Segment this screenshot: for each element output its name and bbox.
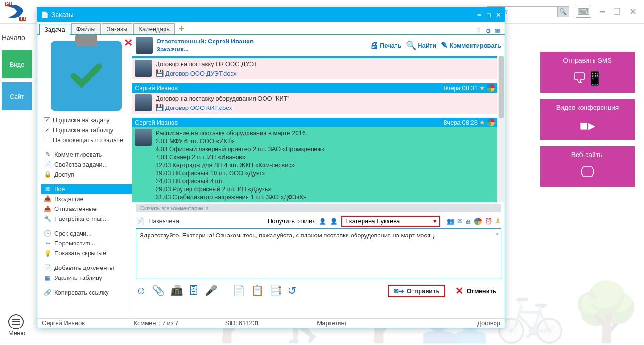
comment-avatar[interactable] — [135, 129, 152, 146]
window-close-icon[interactable]: ✕ — [629, 7, 636, 17]
attach-icon[interactable]: 📎 — [152, 285, 165, 297]
task-properties-action[interactable]: 📄Свойства задачи... — [41, 160, 132, 169]
alarm-icon[interactable]: ⏰ — [485, 218, 492, 225]
window-minimize-icon[interactable]: ━ — [600, 7, 605, 17]
chevron-down-icon: ▾ — [433, 218, 437, 225]
folder-sent[interactable]: 📤Отправленные — [41, 204, 132, 214]
pie-icon[interactable] — [487, 118, 495, 126]
document-icon: 📄 — [41, 11, 49, 18]
tab-orders[interactable]: Заказы — [102, 23, 132, 34]
status-label: Назначена — [149, 218, 179, 225]
copy-icon[interactable]: 📑 — [269, 285, 282, 297]
show-hidden-action[interactable]: 💡Показать скрытые — [41, 248, 132, 258]
undo-icon[interactable]: ↺ — [288, 285, 296, 297]
comments-scrollbar[interactable] — [498, 56, 504, 202]
clipboard-icon[interactable]: 📋 — [251, 285, 264, 297]
tab-files[interactable]: Файлы — [71, 23, 101, 34]
compose-scroll-up-icon[interactable]: ▲ — [495, 231, 500, 236]
customer-link[interactable]: Заказчик... — [157, 45, 254, 53]
move-action[interactable]: ↪Переместить... — [41, 238, 132, 248]
tab-calendar[interactable]: Календарь — [133, 23, 175, 34]
delete-table-action[interactable]: ▦Удалить таблицу — [41, 273, 132, 283]
person-grey-icon[interactable]: 👤 — [319, 218, 326, 225]
tab-add-icon[interactable]: + — [179, 24, 184, 34]
comment-attachment[interactable]: 💾Договор ООО КИТ.docx — [156, 104, 289, 112]
cancel-button[interactable]: ✕ Отменить — [451, 283, 501, 298]
star-icon[interactable]: ★ — [479, 84, 485, 92]
dialog-minimize-icon[interactable]: ━ — [478, 11, 481, 18]
microphone-icon[interactable]: 🎤 — [205, 285, 217, 297]
pencil-icon: ✎ — [441, 40, 448, 50]
download-all-comments[interactable]: Скачать все комментарии — [136, 204, 501, 212]
file-icon: 💾 — [156, 104, 164, 112]
tile-websites[interactable]: Веб-сайты 🖵 — [540, 146, 635, 187]
pie-icon[interactable] — [474, 218, 482, 225]
send-button[interactable]: ✉➜ Отправить — [388, 285, 446, 297]
dialog-sidebar: ✕ ✔Подписка на задачу ✔Подписка на табли… — [37, 35, 132, 318]
no-notify-checkbox[interactable]: Не оповещать по задаче — [41, 135, 132, 145]
folder-inbox[interactable]: 📥Входящие — [41, 194, 132, 204]
ribbon-icon[interactable]: 🎗 — [495, 218, 501, 225]
find-button[interactable]: 🔍Найти — [406, 40, 436, 50]
keyboard-icon[interactable]: ⌨ — [576, 6, 592, 18]
comment-avatar[interactable] — [135, 60, 152, 77]
sms-icon: 🗨📱 — [540, 68, 635, 88]
pie-icon[interactable] — [487, 84, 495, 92]
comment-time: Вчера 08:28 — [443, 119, 478, 126]
comment-action[interactable]: ✎Комментировать — [41, 150, 132, 160]
email-setup-action[interactable]: 🔧Настройка e-mail... — [41, 214, 132, 224]
add-documents-action[interactable]: 📄Добавить документы — [41, 263, 132, 273]
database-icon[interactable]: 🗄 — [189, 285, 199, 297]
subscribe-table-checkbox[interactable]: ✔Подписка на таблицу — [41, 125, 132, 135]
mail-all-icon: ✉ — [44, 185, 51, 193]
search-button[interactable]: 🔍 — [558, 6, 569, 17]
folder-all[interactable]: ✉Все — [41, 184, 132, 194]
responsible-avatar[interactable] — [136, 37, 153, 54]
subscribe-task-checkbox[interactable]: ✔Подписка на задачу — [41, 115, 132, 125]
person-blue-icon[interactable]: 👤 — [330, 218, 338, 225]
assignee-dropdown[interactable]: Екатерина Букаева ▾ — [341, 216, 440, 227]
add-doc-icon: 📄 — [44, 264, 51, 271]
copy-link-action[interactable]: 🔗Копировать ссылку — [41, 287, 132, 297]
left-tile-video[interactable]: Виде — [2, 50, 32, 78]
group-icon[interactable]: 👥 — [447, 218, 454, 225]
comment-item: Сергей Иванов Вчера 08:28★ Расписание на… — [132, 118, 497, 202]
tab-task[interactable]: Задача — [39, 24, 70, 35]
comment-item: Сергей Иванов Вчера 08:31★ Договор на по… — [132, 83, 497, 114]
window-restore-icon[interactable]: ❐ — [613, 7, 621, 17]
comment-author: Сергей Иванов — [135, 119, 178, 126]
tile-send-sms[interactable]: Отправить SMS 🗨📱 — [540, 52, 635, 93]
left-tile-site[interactable]: Сайт — [2, 82, 32, 110]
printer-icon[interactable]: 🖨 — [465, 218, 471, 225]
mail-icon[interactable]: ✉ — [495, 27, 500, 34]
comment-avatar[interactable] — [135, 94, 152, 111]
comment-attachment[interactable]: 💾Договор ООО ДУЭТ.docx — [156, 69, 257, 77]
close-task-icon[interactable]: ✕ — [124, 37, 132, 49]
dialog-close-icon[interactable]: ✕ — [496, 11, 501, 18]
dialog-titlebar[interactable]: 📄 Заказы ━ ◻ ✕ — [37, 8, 505, 22]
search-icon: 🔍 — [406, 40, 416, 50]
comment-button[interactable]: ✎Комментировать — [441, 40, 501, 50]
deadline-action[interactable]: 🕒Срок сдачи... — [41, 228, 132, 238]
task-header: Ответственный: Сергей Иванов Заказчик...… — [132, 35, 505, 56]
dialog-maximize-icon[interactable]: ◻ — [486, 11, 491, 18]
scanner-icon[interactable]: 📠 — [170, 285, 183, 297]
lock-icon: 🔒 — [44, 171, 51, 178]
document-attach-icon[interactable]: 📄 — [232, 285, 245, 297]
scroll-thumb[interactable] — [499, 56, 504, 118]
mail-icon[interactable]: ✉ — [457, 218, 462, 225]
emoji-icon[interactable]: ☺ — [136, 285, 146, 297]
wrench-icon: 🔧 — [44, 215, 51, 222]
star-icon[interactable]: ★ — [479, 119, 485, 126]
video-icon: ■▸ — [540, 115, 635, 135]
status-department: Маркетинг — [317, 320, 408, 327]
tile-video-conf[interactable]: Видео конференция ■▸ — [540, 99, 635, 140]
settings-icon[interactable]: ⚙ — [486, 27, 491, 34]
access-action[interactable]: 🔒Доступ — [41, 169, 132, 179]
compose-textarea[interactable]: Здравствуйте, Екатерина! Ознакомьтесь, п… — [136, 228, 501, 279]
app-logo: PRO TOY — [4, 1, 27, 22]
help-icon[interactable]: ❔ — [474, 27, 482, 34]
print-button[interactable]: 🖨Печать — [370, 41, 401, 50]
main-menu-button[interactable]: Меню — [8, 314, 25, 337]
status-sid: SID: 611231 — [225, 320, 317, 327]
